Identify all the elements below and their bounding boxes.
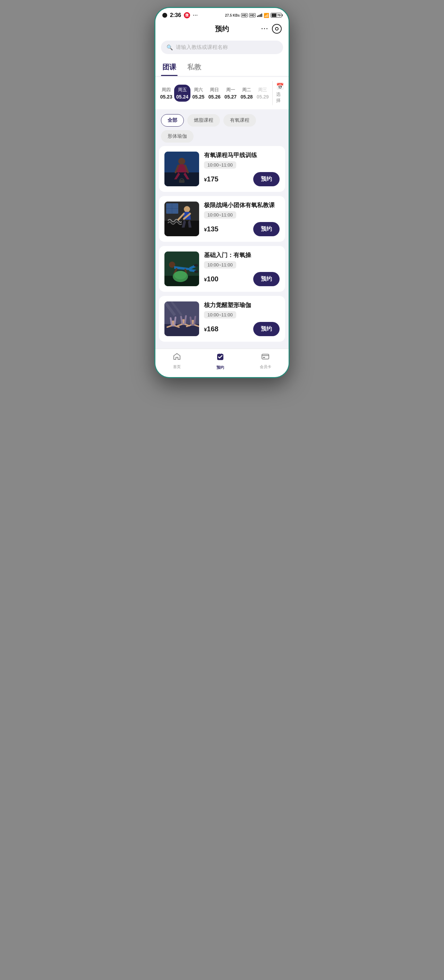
course-bottom-4: ¥168 预约 xyxy=(204,322,280,336)
course-title-4: 核力觉醒塑形瑜伽 xyxy=(204,301,280,309)
course-title-3: 基础入门：有氧操 xyxy=(204,251,280,259)
course-price-4: ¥168 xyxy=(204,325,218,333)
course-time-4: 10:00~11:00 xyxy=(204,311,236,318)
filter-aerobic[interactable]: 有氧课程 xyxy=(223,114,256,127)
book-button-4[interactable]: 预约 xyxy=(253,322,280,336)
more-button[interactable]: ··· xyxy=(261,25,269,33)
search-container: 🔍 请输入教练或课程名称 xyxy=(155,38,289,59)
card-icon xyxy=(261,352,269,363)
svg-point-16 xyxy=(194,270,199,273)
book-icon xyxy=(216,352,225,364)
nav-card[interactable]: 会员卡 xyxy=(253,352,278,370)
course-bottom-3: ¥100 预约 xyxy=(204,272,280,286)
filter-yoga[interactable]: 形体瑜伽 xyxy=(161,130,194,143)
search-input[interactable]: 请输入教练或课程名称 xyxy=(176,44,228,51)
status-left: 2:36 微 ··· xyxy=(162,12,198,18)
calendar-button[interactable]: 📅 选择 xyxy=(272,81,286,105)
day-fri[interactable]: 周五 05.24 xyxy=(174,84,190,102)
svg-rect-1 xyxy=(164,172,199,186)
book-button-1[interactable]: 预约 xyxy=(253,172,280,186)
course-card-4: 核力觉醒塑形瑜伽 10:00~11:00 ¥168 预约 xyxy=(159,296,285,342)
nav-card-label: 会员卡 xyxy=(260,364,271,369)
course-image-2 xyxy=(164,202,199,236)
day-thu[interactable]: 周四 05.23 xyxy=(158,84,174,102)
filter-section: 全部 燃脂课程 有氧课程 形体瑜伽 xyxy=(155,109,289,146)
weibo-icon: 微 xyxy=(184,12,190,18)
day-selector: 周四 05.23 周五 05.24 周六 05.25 周日 05.26 周一 0… xyxy=(155,77,289,109)
course-info-2: 极限战绳小团体有氧私教课 10:00~11:00 ¥135 预约 xyxy=(204,202,280,236)
day-sat[interactable]: 周六 05.25 xyxy=(191,84,206,102)
course-image-1 xyxy=(164,151,199,186)
calendar-label: 选择 xyxy=(276,91,284,104)
course-card-2: 极限战绳小团体有氧私教课 10:00~11:00 ¥135 预约 xyxy=(159,196,285,242)
status-right: 27.5 KBs HD HD 📶 70 xyxy=(225,13,282,18)
search-icon: 🔍 xyxy=(167,45,173,51)
nav-book[interactable]: 预约 xyxy=(209,352,232,370)
battery-indicator: 70 xyxy=(271,13,282,18)
book-button-3[interactable]: 预约 xyxy=(253,272,280,286)
page-title: 预约 xyxy=(183,24,261,33)
course-image-4 xyxy=(164,301,199,336)
course-card-1: 有氧课程马甲线训练 10:00~11:00 ¥175 预约 xyxy=(159,146,285,192)
app-header: 预约 ··· xyxy=(155,21,289,38)
header-actions: ··· xyxy=(261,24,282,33)
day-sun[interactable]: 周日 05.26 xyxy=(206,84,222,102)
signal-bars xyxy=(257,14,262,17)
battery-fill xyxy=(272,14,277,17)
tab-personal[interactable]: 私教 xyxy=(186,59,202,76)
svg-point-2 xyxy=(178,158,185,165)
hd-badge1: HD xyxy=(241,13,248,18)
nav-home[interactable]: 首页 xyxy=(166,352,188,370)
bottom-nav: 首页 预约 会员卡 xyxy=(155,348,289,377)
day-mon[interactable]: 周一 05.27 xyxy=(222,84,238,102)
book-button-2[interactable]: 预约 xyxy=(253,222,280,236)
svg-rect-5 xyxy=(164,221,199,236)
home-icon xyxy=(173,352,181,363)
calendar-icon: 📅 xyxy=(276,83,284,90)
course-bottom-2: ¥135 预约 xyxy=(204,222,280,236)
course-card-3: 基础入门：有氧操 10:00~11:00 ¥100 预约 xyxy=(159,246,285,292)
svg-point-6 xyxy=(184,206,190,212)
course-price-2: ¥135 xyxy=(204,225,218,233)
network-speed: 27.5 KBs xyxy=(225,14,240,18)
search-bar[interactable]: 🔍 请输入教练或课程名称 xyxy=(161,41,283,54)
course-list: 有氧课程马甲线训练 10:00~11:00 ¥175 预约 xyxy=(155,146,289,346)
course-price-1: ¥175 xyxy=(204,175,218,183)
svg-point-14 xyxy=(174,271,187,279)
course-title-2: 极限战绳小团体有氧私教课 xyxy=(204,202,280,209)
course-info-1: 有氧课程马甲线训练 10:00~11:00 ¥175 预约 xyxy=(204,151,280,186)
status-bar: 2:36 微 ··· 27.5 KBs HD HD 📶 70 xyxy=(155,8,289,21)
filter-all[interactable]: 全部 xyxy=(161,114,184,127)
svg-rect-25 xyxy=(262,354,269,359)
phone-frame: 2:36 微 ··· 27.5 KBs HD HD 📶 70 预约 ··· xyxy=(154,7,290,378)
course-price-3: ¥100 xyxy=(204,275,218,283)
filter-fat[interactable]: 燃脂课程 xyxy=(187,114,220,127)
nav-book-label: 预约 xyxy=(216,365,224,370)
svg-rect-26 xyxy=(263,357,265,358)
svg-rect-3 xyxy=(179,180,185,183)
status-time: 2:36 xyxy=(170,12,181,18)
course-tabs: 团课 私教 xyxy=(155,59,289,76)
hd-badge2: HD xyxy=(249,13,256,18)
camera-dot xyxy=(162,13,167,18)
course-image-3 xyxy=(164,251,199,286)
course-time-1: 10:00~11:00 xyxy=(204,161,236,169)
tab-group[interactable]: 团课 xyxy=(161,59,178,76)
course-bottom-1: ¥175 预约 xyxy=(204,172,280,186)
course-info-3: 基础入门：有氧操 10:00~11:00 ¥100 预约 xyxy=(204,251,280,286)
nav-home-label: 首页 xyxy=(173,364,181,369)
day-wed[interactable]: 周三 05.29 xyxy=(255,84,271,102)
battery-level: 70 xyxy=(277,14,281,17)
scan-icon xyxy=(275,27,278,30)
course-title-1: 有氧课程马甲线训练 xyxy=(204,151,280,159)
day-tue[interactable]: 周二 05.28 xyxy=(239,84,255,102)
svg-point-15 xyxy=(194,264,198,267)
course-info-4: 核力觉醒塑形瑜伽 10:00~11:00 ¥168 预约 xyxy=(204,301,280,336)
scan-button[interactable] xyxy=(272,24,282,33)
course-time-2: 10:00~11:00 xyxy=(204,211,236,218)
course-time-3: 10:00~11:00 xyxy=(204,261,236,269)
wifi-icon: 📶 xyxy=(264,13,269,18)
status-extra-dots: ··· xyxy=(193,13,198,18)
